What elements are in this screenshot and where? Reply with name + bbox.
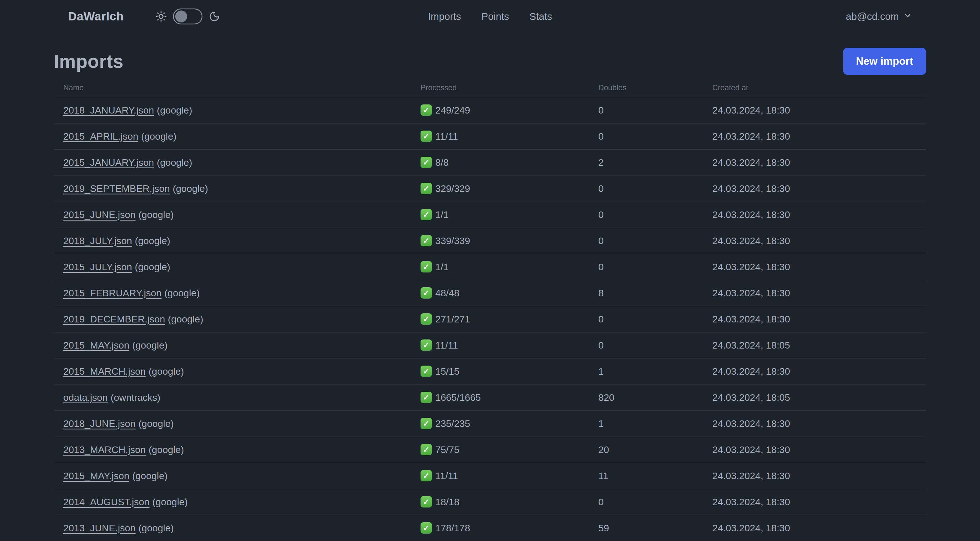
import-file-link[interactable]: 2015_MAY.json [63,340,129,351]
table-row: 2018_JULY.json(google) ✓ 339/339 0 24.03… [54,228,926,254]
import-source: (google) [168,314,203,324]
table-row: 2014_AUGUST.json(google) ✓ 18/18 0 24.03… [54,489,926,515]
created-at-cell: 24.03.2024, 18:30 [703,306,926,332]
import-file-link[interactable]: 2014_AUGUST.json [63,496,150,507]
import-file-link[interactable]: 2018_JUNE.json [63,418,135,429]
import-file-link[interactable]: 2015_FEBRUARY.json [63,287,162,298]
app-logo[interactable]: DaWarIch [68,10,124,23]
doubles-cell: 0 [589,201,703,228]
doubles-cell: 820 [589,384,703,410]
created-at-cell: 24.03.2024, 18:30 [703,489,926,515]
created-at-cell: 24.03.2024, 18:30 [703,149,926,176]
import-file-link[interactable]: 2015_MARCH.json [63,366,146,377]
import-source: (google) [135,262,170,272]
name-cell: odata.json(owntracks) [54,384,411,410]
processed-cell: ✓ 339/339 [411,228,589,254]
import-source: (google) [157,157,192,168]
column-header-doubles: Doubles [589,79,703,97]
new-import-button[interactable]: New import [843,48,926,75]
processed-cell: ✓ 18/18 [411,489,589,515]
processed-cell: ✓ 1/1 [411,254,589,280]
processed-cell: ✓ 11/11 [411,332,589,358]
check-icon: ✓ [420,261,432,273]
name-cell: 2015_MARCH.json(google) [54,358,411,384]
check-icon: ✓ [420,235,432,246]
import-file-link[interactable]: 2013_JUNE.json [63,523,135,533]
processed-cell: ✓ 271/271 [411,306,589,332]
created-at-cell: 24.03.2024, 18:30 [703,123,926,149]
import-file-link[interactable]: 2015_APRIL.json [63,131,138,142]
name-cell: 2018_JULY.json(google) [54,228,411,254]
chevron-down-icon [904,11,912,22]
processed-count: 15/15 [435,366,460,377]
processed-cell: ✓ 249/249 [411,97,589,123]
processed-cell: ✓ 11/11 [411,463,589,489]
nav-item-imports[interactable]: Imports [428,11,461,22]
import-file-link[interactable]: 2019_SEPTEMBER.json [63,183,170,194]
import-file-link[interactable]: 2015_MAY.json [63,470,129,481]
processed-count: 249/249 [435,105,470,116]
check-icon: ✓ [420,365,432,377]
name-cell: 2018_JUNE.json(google) [54,410,411,437]
name-cell: 2015_FEBRUARY.json(google) [54,280,411,306]
table-row: 2015_JUNE.json(google) ✓ 1/1 0 24.03.202… [54,201,926,228]
import-file-link[interactable]: 2015_JUNE.json [63,209,135,220]
processed-cell: ✓ 75/75 [411,437,589,463]
theme-switch[interactable] [173,8,202,24]
table-row: 2013_JUNE.json(google) ✓ 178/178 59 24.0… [54,515,926,541]
check-icon: ✓ [420,131,432,142]
nav-item-stats[interactable]: Stats [530,11,552,22]
table-row: 2015_MARCH.json(google) ✓ 15/15 1 24.03.… [54,358,926,384]
check-icon: ✓ [420,340,432,351]
name-cell: 2019_DECEMBER.json(google) [54,306,411,332]
table-row: 2018_JANUARY.json(google) ✓ 249/249 0 24… [54,97,926,123]
created-at-cell: 24.03.2024, 18:05 [703,384,926,410]
processed-cell: ✓ 329/329 [411,176,589,201]
processed-cell: ✓ 11/11 [411,123,589,149]
processed-count: 8/8 [435,157,449,168]
nav-item-points[interactable]: Points [482,11,509,22]
theme-toggle[interactable] [155,8,220,24]
doubles-cell: 11 [589,463,703,489]
table-header-row: Name Processed Doubles Created at [54,79,926,97]
name-cell: 2013_MARCH.json(google) [54,437,411,463]
check-icon: ✓ [420,522,432,534]
user-menu[interactable]: ab@cd.com [846,11,912,22]
import-source: (google) [132,470,168,481]
import-source: (google) [149,366,184,377]
import-file-link[interactable]: odata.json [63,392,108,403]
column-header-processed: Processed [411,79,589,97]
table-row: 2019_DECEMBER.json(google) ✓ 271/271 0 2… [54,306,926,332]
created-at-cell: 24.03.2024, 18:30 [703,228,926,254]
import-file-link[interactable]: 2018_JANUARY.json [63,105,154,115]
processed-count: 1/1 [435,262,449,273]
processed-cell: ✓ 8/8 [411,149,589,176]
name-cell: 2015_APRIL.json(google) [54,123,411,149]
check-icon: ✓ [420,209,432,220]
processed-count: 1/1 [435,209,449,220]
table-row: 2015_FEBRUARY.json(google) ✓ 48/48 8 24.… [54,280,926,306]
import-file-link[interactable]: 2015_JANUARY.json [63,157,154,168]
import-file-link[interactable]: 2019_DECEMBER.json [63,314,165,324]
check-icon: ✓ [420,287,432,298]
table-row: 2015_JANUARY.json(google) ✓ 8/8 2 24.03.… [54,149,926,176]
check-icon: ✓ [420,496,432,507]
import-file-link[interactable]: 2018_JULY.json [63,235,132,246]
import-source: (google) [164,287,200,298]
created-at-cell: 24.03.2024, 18:30 [703,515,926,541]
name-cell: 2015_JANUARY.json(google) [54,149,411,176]
doubles-cell: 0 [589,489,703,515]
check-icon: ✓ [420,313,432,325]
check-icon: ✓ [420,157,432,168]
name-cell: 2015_MAY.json(google) [54,463,411,489]
doubles-cell: 20 [589,437,703,463]
processed-count: 178/178 [435,523,470,534]
import-file-link[interactable]: 2013_MARCH.json [63,444,146,455]
column-header-name: Name [54,79,411,97]
processed-count: 11/11 [435,131,458,142]
import-source: (google) [138,418,174,429]
doubles-cell: 59 [589,515,703,541]
imports-table: Name Processed Doubles Created at 2018_J… [54,79,926,541]
import-source: (google) [141,131,177,142]
import-file-link[interactable]: 2015_JULY.json [63,262,132,272]
